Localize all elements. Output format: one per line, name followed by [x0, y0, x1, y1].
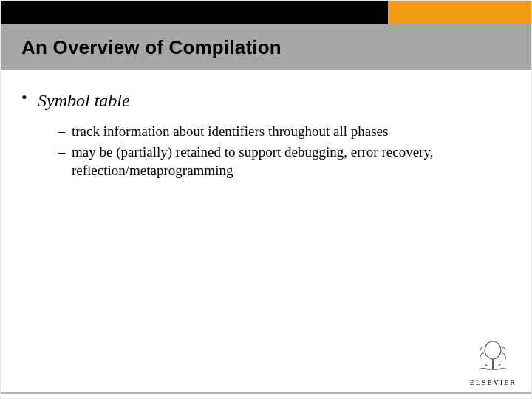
sub-bullet-item: track information about identifiers thro… — [58, 122, 512, 141]
top-orange-accent — [388, 1, 531, 24]
bullet-item: Symbol table track information about ide… — [20, 89, 512, 180]
svg-rect-0 — [471, 337, 514, 377]
elsevier-tree-icon — [471, 337, 514, 377]
bottom-divider — [1, 392, 531, 394]
sub-bullet-list: track information about identifiers thro… — [58, 122, 512, 180]
slide: An Overview of Compilation Symbol table … — [0, 0, 532, 399]
publisher-logo: ELSEVIER — [470, 337, 516, 386]
publisher-name: ELSEVIER — [470, 378, 516, 386]
bullet-list: Symbol table track information about ide… — [20, 89, 512, 180]
bullet-label: Symbol table — [38, 91, 130, 110]
sub-bullet-item: may be (partially) retained to support d… — [58, 143, 512, 180]
title-bar: An Overview of Compilation — [1, 24, 531, 70]
slide-content: Symbol table track information about ide… — [20, 89, 512, 182]
slide-title: An Overview of Compilation — [21, 36, 282, 59]
